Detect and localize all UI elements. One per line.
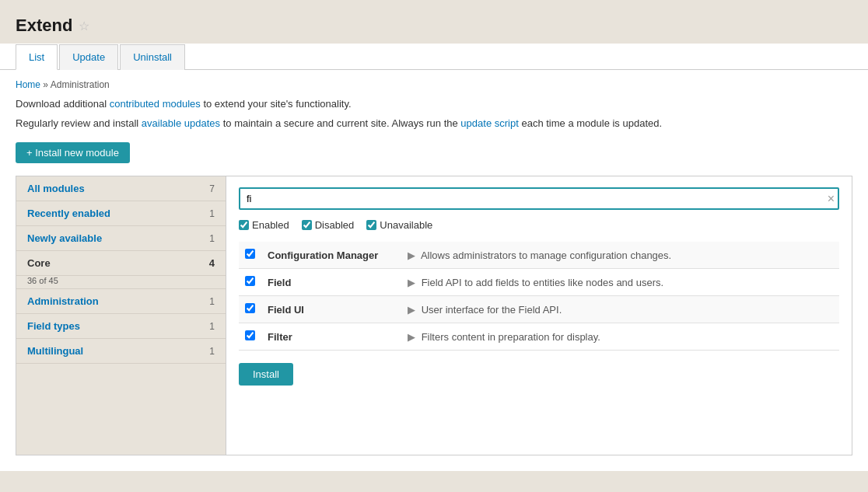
filter-enabled[interactable]: Enabled bbox=[239, 219, 289, 231]
filter-row: Enabled Disabled Unavailable bbox=[239, 219, 839, 231]
sidebar-label-field-types: Field types bbox=[27, 320, 80, 332]
arrow-icon: ▶ bbox=[408, 331, 415, 343]
search-input[interactable] bbox=[239, 187, 839, 210]
table-row: Filter ▶ Filters content in preparation … bbox=[239, 323, 839, 351]
desc-line2-prefix: Regularly review and install bbox=[16, 117, 142, 129]
page-title: Extend bbox=[16, 16, 72, 36]
tab-update[interactable]: Update bbox=[59, 44, 118, 70]
sidebar-label-all-modules: All modules bbox=[27, 183, 85, 194]
available-updates-link[interactable]: available updates bbox=[142, 117, 220, 129]
desc-line1-suffix: to extend your site's functionality. bbox=[203, 98, 351, 110]
filter-disabled-checkbox[interactable] bbox=[302, 220, 312, 230]
filter-enabled-checkbox[interactable] bbox=[239, 220, 249, 230]
filter-unavailable[interactable]: Unavailable bbox=[366, 219, 432, 231]
module-name-field-ui: Field UI bbox=[261, 296, 401, 323]
module-checkbox-field-ui[interactable] bbox=[245, 303, 255, 313]
module-name-configuration-manager: Configuration Manager bbox=[261, 242, 401, 269]
desc-line1-prefix: Download additional bbox=[16, 98, 110, 110]
sidebar-count-recently-enabled: 1 bbox=[209, 208, 215, 219]
install-new-module-button[interactable]: Install new module bbox=[16, 142, 130, 163]
table-row: Field UI ▶ User interface for the Field … bbox=[239, 296, 839, 323]
table-row: Field ▶ Field API to add fields to entit… bbox=[239, 269, 839, 296]
sidebar-core-sub: 36 of 45 bbox=[16, 276, 226, 289]
module-checkbox-filter[interactable] bbox=[245, 330, 255, 340]
sidebar-core-label: Core bbox=[27, 257, 51, 269]
filter-disabled-label: Disabled bbox=[315, 219, 355, 231]
favorite-star-icon[interactable]: ☆ bbox=[79, 19, 89, 33]
desc-line2-suffix: each time a module is updated. bbox=[521, 117, 662, 129]
sidebar-item-multilingual[interactable]: Multilingual 1 bbox=[16, 339, 226, 364]
breadcrumb-home[interactable]: Home bbox=[16, 79, 40, 90]
filter-enabled-label: Enabled bbox=[252, 219, 289, 231]
module-desc-configuration-manager: ▶ Allows administrators to manage config… bbox=[401, 242, 839, 269]
search-clear-icon[interactable]: × bbox=[828, 193, 835, 205]
module-checkbox-configuration-manager[interactable] bbox=[245, 249, 255, 259]
sidebar-item-newly-available[interactable]: Newly available 1 bbox=[16, 226, 226, 251]
layout: All modules 7 Recently enabled 1 Newly a… bbox=[16, 176, 852, 455]
sidebar-count-multilingual: 1 bbox=[209, 346, 215, 357]
arrow-icon: ▶ bbox=[408, 304, 415, 316]
page-title-area: Extend ☆ bbox=[0, 0, 868, 36]
sidebar-count-field-types: 1 bbox=[209, 321, 215, 332]
sidebar-label-multilingual: Multilingual bbox=[27, 345, 83, 357]
tabs-bar: List Update Uninstall bbox=[0, 44, 868, 70]
sidebar-item-field-types[interactable]: Field types 1 bbox=[16, 314, 226, 339]
breadcrumb-current: Administration bbox=[51, 79, 110, 90]
search-row: × bbox=[239, 187, 839, 210]
update-script-link[interactable]: update script bbox=[460, 117, 518, 129]
content-area: Home » Administration Download additiona… bbox=[0, 70, 868, 471]
sidebar-label-recently-enabled: Recently enabled bbox=[27, 208, 110, 219]
breadcrumb-separator: » bbox=[43, 79, 50, 90]
filter-disabled[interactable]: Disabled bbox=[302, 219, 355, 231]
filter-unavailable-checkbox[interactable] bbox=[366, 220, 376, 230]
sidebar-count-all-modules: 7 bbox=[209, 183, 215, 194]
tab-list[interactable]: List bbox=[16, 44, 58, 70]
description-line1: Download additional contributed modules … bbox=[16, 96, 852, 112]
sidebar-item-recently-enabled[interactable]: Recently enabled 1 bbox=[16, 201, 226, 226]
sidebar-core-count: 4 bbox=[209, 257, 215, 269]
breadcrumb: Home » Administration bbox=[16, 79, 852, 90]
module-name-filter: Filter bbox=[261, 323, 401, 351]
table-row: Configuration Manager ▶ Allows administr… bbox=[239, 242, 839, 269]
sidebar: All modules 7 Recently enabled 1 Newly a… bbox=[16, 176, 226, 455]
desc-line2-middle: to maintain a secure and current site. A… bbox=[223, 117, 461, 129]
sidebar-count-administration: 1 bbox=[209, 296, 215, 307]
module-desc-filter: ▶ Filters content in preparation for dis… bbox=[401, 323, 839, 351]
contributed-modules-link[interactable]: contributed modules bbox=[110, 98, 201, 110]
module-desc-field-ui: ▶ User interface for the Field API. bbox=[401, 296, 839, 323]
description-line2: Regularly review and install available u… bbox=[16, 116, 852, 131]
sidebar-item-administration[interactable]: Administration 1 bbox=[16, 289, 226, 314]
module-desc-field: ▶ Field API to add fields to entities li… bbox=[401, 269, 839, 296]
module-checkbox-field[interactable] bbox=[245, 276, 255, 286]
sidebar-section-core[interactable]: Core 4 bbox=[16, 251, 226, 276]
arrow-icon: ▶ bbox=[408, 249, 415, 261]
sidebar-item-all-modules[interactable]: All modules 7 bbox=[16, 176, 226, 201]
module-name-field: Field bbox=[261, 269, 401, 296]
sidebar-label-administration: Administration bbox=[27, 295, 99, 307]
module-table: Configuration Manager ▶ Allows administr… bbox=[239, 242, 839, 351]
tab-uninstall[interactable]: Uninstall bbox=[120, 44, 185, 70]
main-panel: × Enabled Disabled Unavailable bbox=[226, 176, 852, 455]
arrow-icon: ▶ bbox=[408, 277, 415, 288]
page-wrapper: Extend ☆ List Update Uninstall Home » Ad… bbox=[0, 0, 868, 492]
filter-unavailable-label: Unavailable bbox=[380, 219, 432, 231]
install-action-button[interactable]: Install bbox=[239, 363, 293, 386]
sidebar-count-newly-available: 1 bbox=[209, 233, 215, 244]
sidebar-label-newly-available: Newly available bbox=[27, 232, 102, 244]
